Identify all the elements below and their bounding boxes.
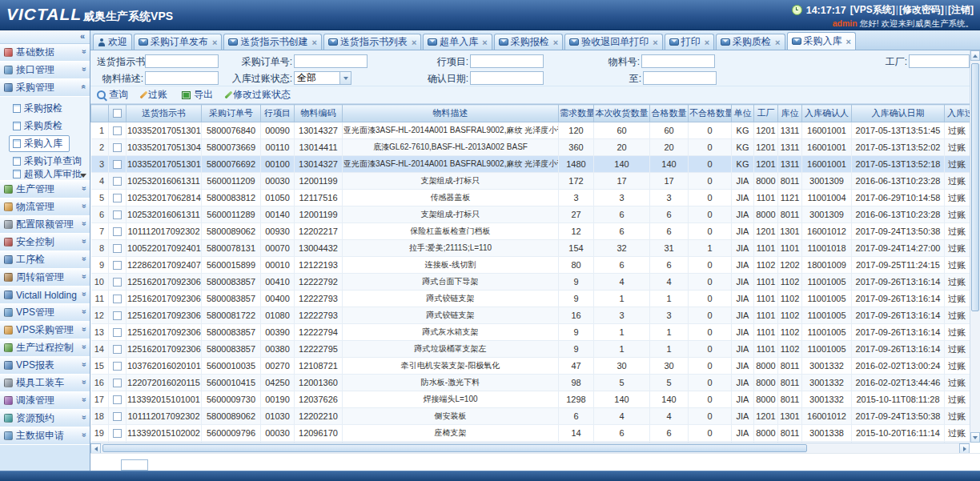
- sidebar-group-resource-reservation[interactable]: 资源预约«: [0, 410, 90, 427]
- sidebar-group-purchase-mgmt[interactable]: 采购管理«: [0, 79, 90, 97]
- sidebar-collapse-button[interactable]: «: [0, 30, 90, 44]
- row-checkbox[interactable]: [113, 429, 122, 438]
- sidebar-group-vps-purchase-mgmt[interactable]: VPS采购管理«: [0, 322, 90, 339]
- filter-purchase-order-no-input[interactable]: [294, 54, 368, 68]
- tab-close-icon[interactable]: ×: [653, 38, 657, 46]
- table-row[interactable]: 810052201709240158000781310007013004432拉…: [91, 240, 970, 257]
- table-row[interactable]: 1510376201602010156000100350027012108721…: [91, 358, 970, 375]
- sidebar-item-over-quota-inbound-approval[interactable]: 超额入库审批: [0, 170, 90, 178]
- table-row[interactable]: 1412516201709230658000838570038012222795…: [91, 341, 970, 358]
- table-row[interactable]: 1911339201510200256000097960003012096170…: [91, 425, 970, 442]
- tab-over-order-inbound[interactable]: 超单入库×: [423, 34, 492, 50]
- sidebar-group-process-inspection[interactable]: 工序检«: [0, 251, 90, 269]
- sidebar-group-vps-mgmt[interactable]: VPS管理«: [0, 304, 90, 322]
- table-row[interactable]: 1212516201709230658000817220108012222793…: [91, 307, 970, 324]
- row-checkbox[interactable]: [113, 328, 122, 337]
- row-checkbox[interactable]: [113, 295, 122, 303]
- table-row[interactable]: 610253201606131156000112890014012001199支…: [91, 206, 970, 223]
- table-row[interactable]: 1612207201602011556000104150425012001360…: [91, 375, 970, 391]
- tab-welcome[interactable]: 欢迎: [93, 34, 132, 50]
- table-row[interactable]: 110335201705130158000768400009013014327亚…: [91, 122, 970, 139]
- filter-material-no-input[interactable]: [641, 54, 715, 68]
- row-checkbox[interactable]: [113, 379, 122, 387]
- table-row[interactable]: 1112516201709230658000838570040012222793…: [91, 291, 970, 307]
- sidebar-item-purchase-quality[interactable]: 采购质检: [0, 117, 90, 134]
- pagination-input[interactable]: [121, 459, 148, 471]
- row-checkbox[interactable]: [113, 395, 122, 404]
- link-logout[interactable]: [注销]: [948, 4, 974, 15]
- sidebar-group-interface-mgmt[interactable]: 接口管理«: [0, 62, 90, 79]
- sidebar-group-vps-report[interactable]: VPS报表«: [0, 357, 90, 375]
- table-row[interactable]: 1312516201709230658000838570039012222794…: [91, 324, 970, 341]
- link-vps-system[interactable]: [VPS系统]: [850, 4, 895, 15]
- table-row[interactable]: 410253201606131156000112090003012001199支…: [91, 173, 970, 190]
- scroll-down-button[interactable]: [970, 432, 980, 443]
- sidebar-group-victall-holding[interactable]: Victall Holding«: [0, 287, 90, 304]
- table-row[interactable]: 1810111201709230258000890620103012202210…: [91, 408, 970, 425]
- sidebar-group-basic-data[interactable]: 基础数据«: [0, 44, 90, 62]
- sidebar-group-production-process-control[interactable]: 生产过程控制«: [0, 339, 90, 357]
- sidebar-group-turnover-box-mgmt[interactable]: 周转箱管理«: [0, 269, 90, 287]
- horizontal-scroll-thumb[interactable]: [102, 444, 807, 452]
- row-checkbox[interactable]: [113, 194, 122, 202]
- tab-close-icon[interactable]: ×: [553, 38, 558, 46]
- sidebar-group-mold-tooling-cart[interactable]: 模具工装车«: [0, 375, 90, 392]
- table-row[interactable]: 210335201705130458000736690011013014411底…: [91, 139, 970, 156]
- toolbar-post-button[interactable]: 过账: [143, 88, 167, 102]
- filter-inbound-posting-status-select[interactable]: 全部: [294, 71, 351, 85]
- submenu-scroll-down-icon[interactable]: [80, 174, 86, 178]
- row-checkbox[interactable]: [113, 278, 122, 287]
- tab-close-icon[interactable]: ×: [482, 38, 487, 46]
- row-checkbox[interactable]: [113, 143, 122, 152]
- row-checkbox[interactable]: [113, 160, 122, 169]
- row-checkbox[interactable]: [113, 311, 122, 320]
- toolbar-export-button[interactable]: 导出: [182, 88, 213, 102]
- scroll-up-button[interactable]: [970, 50, 980, 61]
- row-checkbox[interactable]: [113, 177, 122, 186]
- tab-purchase-inspection[interactable]: 采购报检×: [494, 34, 563, 50]
- tab-delivery-note-create[interactable]: 送货指示书创建×: [223, 34, 321, 50]
- table-row[interactable]: 310335201705130158000766920010013014327亚…: [91, 156, 970, 173]
- row-checkbox[interactable]: [113, 412, 122, 421]
- row-checkbox[interactable]: [113, 210, 122, 219]
- tab-close-icon[interactable]: ×: [846, 38, 851, 46]
- horizontal-scrollbar[interactable]: [90, 443, 970, 453]
- filter-plant-input[interactable]: [909, 54, 970, 68]
- tab-close-icon[interactable]: ×: [705, 38, 709, 46]
- sidebar-group-security-control[interactable]: 安全控制«: [0, 234, 90, 251]
- sidebar-group-paint-mgmt[interactable]: 调漆管理«: [0, 392, 90, 410]
- tab-purchase-order-publish[interactable]: 采购订单发布×: [134, 34, 222, 50]
- tab-acceptance-return-print[interactable]: 验收退回单打印×: [564, 34, 662, 50]
- table-row[interactable]: 1711339201510100156000097300019012037626…: [91, 391, 970, 408]
- tab-purchase-inbound[interactable]: 采购入库×: [787, 32, 856, 50]
- select-all-checkbox[interactable]: [113, 109, 122, 118]
- row-checkbox[interactable]: [113, 362, 122, 371]
- table-row[interactable]: 912286201709240756000158990001012122193连…: [91, 257, 970, 274]
- filter-line-item-input[interactable]: [470, 54, 544, 68]
- tab-print[interactable]: 打印×: [665, 34, 714, 50]
- sidebar-group-master-data-request[interactable]: 主数据申请«: [0, 427, 90, 445]
- filter-delivery-note-input[interactable]: [145, 54, 219, 68]
- sidebar-group-quota-config-mgmt[interactable]: 配置限额管理«: [0, 216, 90, 234]
- tab-close-icon[interactable]: ×: [412, 38, 416, 46]
- sidebar-group-production-mgmt[interactable]: 生产管理«: [0, 181, 90, 198]
- tab-close-icon[interactable]: ×: [311, 38, 316, 46]
- filter-material-desc-input[interactable]: [145, 71, 219, 85]
- toolbar-modify-posting-status-button[interactable]: 修改过账状态: [227, 88, 291, 102]
- row-checkbox[interactable]: [113, 244, 122, 253]
- vertical-scroll-thumb[interactable]: [971, 63, 979, 311]
- sidebar-item-purchase-order-query[interactable]: 采购订单查询: [0, 152, 90, 170]
- filter-confirm-date-from-input[interactable]: [470, 71, 544, 85]
- tab-close-icon[interactable]: ×: [775, 38, 780, 46]
- tab-purchase-quality[interactable]: 采购质检×: [716, 34, 785, 50]
- tab-delivery-note-list[interactable]: 送货指示书列表×: [323, 34, 421, 50]
- toolbar-query-button[interactable]: 查询: [97, 88, 128, 102]
- link-change-password[interactable]: [修改密码]: [899, 4, 944, 15]
- table-row[interactable]: 1012516201709230658000838570041012222792…: [91, 274, 970, 291]
- table-row[interactable]: 510253201706281458000838120105012117516传…: [91, 190, 970, 206]
- sidebar-item-purchase-inspection[interactable]: 采购报检: [0, 99, 90, 117]
- row-checkbox[interactable]: [113, 227, 122, 236]
- vertical-scrollbar[interactable]: [970, 50, 980, 443]
- row-checkbox[interactable]: [113, 345, 122, 354]
- row-checkbox[interactable]: [113, 261, 122, 270]
